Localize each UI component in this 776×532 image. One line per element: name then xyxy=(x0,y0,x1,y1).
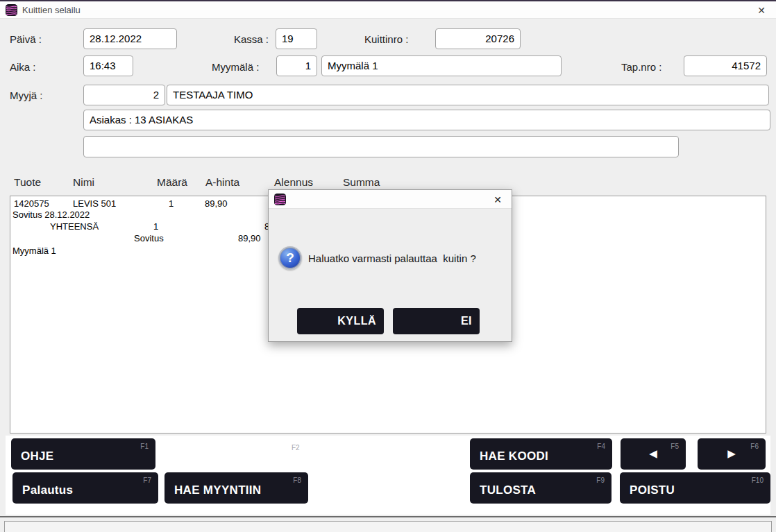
paiva-field[interactable]: 28.12.2022 xyxy=(83,28,177,49)
col-header-alennus: Alennus xyxy=(274,176,313,189)
app-icon xyxy=(6,4,17,16)
aika-label: Aika : xyxy=(10,61,36,73)
sovitus-row-label: Sovitus xyxy=(134,233,164,243)
line-product-name: LEVIS 501 xyxy=(73,198,116,209)
poistu-button-label: POISTU xyxy=(630,483,675,497)
dialog-app-icon xyxy=(274,194,286,205)
dialog-titlebar: ✕ xyxy=(269,190,512,209)
next-fkey-label: F6 xyxy=(750,443,759,450)
hae-koodi-button-label: HAE KOODI xyxy=(480,449,548,463)
window-title: Kuittien selailu xyxy=(22,5,81,15)
next-receipt-button[interactable]: ▶ F6 xyxy=(698,438,766,470)
hae-koodi-fkey-label: F4 xyxy=(597,443,605,450)
kassa-label: Kassa : xyxy=(234,33,269,45)
tulosta-fkey-label: F9 xyxy=(596,477,605,484)
myyja-name-field[interactable]: TESTAAJA TIMO xyxy=(167,85,769,105)
confirm-return-dialog: ✕ ? Haluatko varmasti palauttaa kuitin ?… xyxy=(268,189,512,342)
col-header-nimi: Nimi xyxy=(73,176,94,189)
myymala-name-field[interactable]: Myymälä 1 xyxy=(321,55,562,76)
hae-koodi-button[interactable]: HAE KOODI F4 xyxy=(470,438,612,470)
store-row-label: Myymälä 1 xyxy=(12,246,56,256)
tapnro-field[interactable]: 41572 xyxy=(684,55,767,76)
status-bar xyxy=(4,521,772,532)
col-header-tuote: Tuote xyxy=(14,176,41,189)
f2-key-label: F2 xyxy=(292,444,300,452)
myyja-label: Myyjä : xyxy=(10,89,43,101)
dialog-close-icon[interactable]: ✕ xyxy=(491,193,505,207)
dialog-message: Haluatko varmasti palauttaa kuitin ? xyxy=(308,252,476,264)
tapnro-label: Tap.nro : xyxy=(621,61,661,73)
hae-myyntiin-button[interactable]: HAE MYYNTIIN F8 xyxy=(165,472,308,504)
col-header-summa: Summa xyxy=(343,176,380,189)
previous-receipt-button[interactable]: ◀ F5 xyxy=(621,438,686,470)
receipt-browser-window: Kuittien selailu ✕ Päivä : 28.12.2022 Ka… xyxy=(0,0,776,532)
palautus-button[interactable]: Palautus F7 xyxy=(12,472,158,504)
ohje-fkey-label: F1 xyxy=(140,443,149,450)
kuittinro-label: Kuittinro : xyxy=(364,33,408,45)
tulosta-button[interactable]: TULOSTA F9 xyxy=(470,472,611,504)
poistu-button[interactable]: POISTU F10 xyxy=(620,472,770,504)
status-divider xyxy=(0,516,776,517)
kylla-button[interactable]: KYLLÄ xyxy=(297,308,384,334)
kassa-field[interactable]: 19 xyxy=(276,28,317,49)
palautus-fkey-label: F7 xyxy=(143,477,151,484)
line-qty: 1 xyxy=(169,198,174,209)
question-icon: ? xyxy=(278,246,302,270)
total-row-qty: 1 xyxy=(153,221,158,232)
col-header-ahinta: A-hinta xyxy=(205,176,239,189)
prev-fkey-label: F5 xyxy=(670,443,679,450)
palautus-button-label: Palautus xyxy=(22,483,73,497)
window-titlebar: Kuittien selailu ✕ xyxy=(0,1,776,19)
ohje-button-label: OHJE xyxy=(21,449,54,463)
myyja-number-field[interactable]: 2 xyxy=(83,85,165,105)
ei-button[interactable]: EI xyxy=(393,308,480,334)
line-price: 89,90 xyxy=(205,198,228,209)
extra-field[interactable] xyxy=(83,136,679,157)
tulosta-button-label: TULOSTA xyxy=(480,483,536,497)
myymala-label: Myymälä : xyxy=(212,61,259,73)
kuittinro-field[interactable]: 20726 xyxy=(435,28,521,49)
aika-field[interactable]: 16:43 xyxy=(83,55,133,76)
line-sovitus-date: Sovitus 28.12.2022 xyxy=(12,209,90,220)
sovitus-row-price: 89,90 xyxy=(238,233,261,243)
myymala-number-field[interactable]: 1 xyxy=(276,55,317,76)
window-close-icon[interactable]: ✕ xyxy=(754,3,769,17)
asiakas-field[interactable]: Asiakas : 13 ASIAKAS xyxy=(83,110,770,130)
col-header-maara: Määrä xyxy=(157,176,187,189)
paiva-label: Päivä : xyxy=(10,33,42,45)
line-product-code: 1420575 xyxy=(14,198,49,209)
hae-myyntiin-fkey-label: F8 xyxy=(293,477,301,484)
poistu-fkey-label: F10 xyxy=(752,477,764,484)
total-row-label: YHTEENSÄ xyxy=(50,221,99,232)
ohje-button[interactable]: OHJE F1 xyxy=(11,438,155,470)
hae-myyntiin-button-label: HAE MYYNTIIN xyxy=(174,483,261,497)
